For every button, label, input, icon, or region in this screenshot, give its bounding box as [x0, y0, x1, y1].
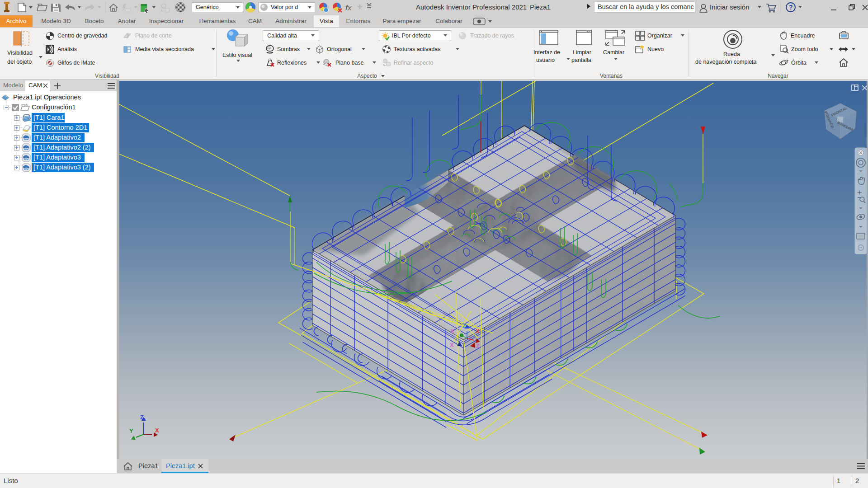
svg-text:X: X [450, 328, 454, 334]
svg-text:fx: fx [345, 4, 352, 12]
svg-text:?: ? [789, 4, 793, 11]
svg-text:X: X [450, 342, 454, 348]
svg-text:X: X [155, 427, 159, 434]
svg-text:Z: Z [140, 414, 144, 421]
svg-text:Z: Z [476, 343, 480, 349]
svg-text:X: X [476, 328, 480, 334]
svg-text:Z: Z [462, 322, 466, 329]
svg-text:Y: Y [129, 427, 133, 434]
